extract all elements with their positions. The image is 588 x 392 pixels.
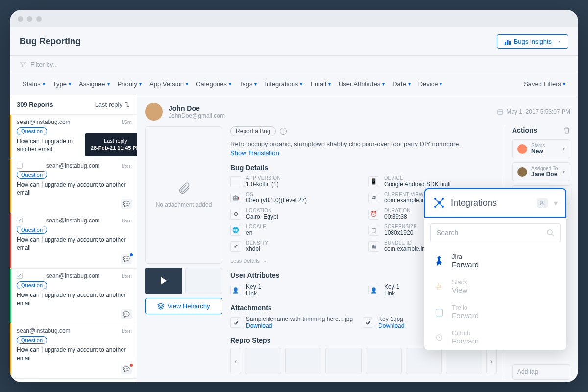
filter-chip-user-attributes[interactable]: User Attributes▾ xyxy=(336,78,388,90)
repro-thumbnail[interactable] xyxy=(325,348,362,374)
report-time: 15m xyxy=(122,328,132,334)
repro-thumbnail[interactable] xyxy=(446,348,482,374)
report-time: 15m xyxy=(122,218,132,223)
traffic-light-min[interactable] xyxy=(27,16,32,22)
integrations-icon xyxy=(433,197,445,209)
github-icon: ⊙ xyxy=(432,330,446,344)
filter-chip-tags[interactable]: Tags▾ xyxy=(236,78,260,90)
report-item[interactable]: sean@instabug.com15mQuestionHow can I up… xyxy=(10,158,137,213)
trash-icon[interactable] xyxy=(564,127,570,134)
report-text: How can I upgrade my account to another … xyxy=(17,346,132,363)
sort-icon: ⇅ xyxy=(124,101,130,108)
view-hierarchy-button[interactable]: View Heirarchy xyxy=(145,298,222,314)
bar-chart-icon xyxy=(504,38,511,45)
filter-chip-type[interactable]: Type▾ xyxy=(50,78,74,90)
assignee-selector[interactable]: Assigned ToJane Doe ▾ xyxy=(512,162,570,181)
saved-filters-button[interactable]: Saved Filters▾ xyxy=(521,78,568,90)
filter-chip-priority[interactable]: Priority▾ xyxy=(115,78,145,90)
filter-chip-date[interactable]: Date▾ xyxy=(390,78,413,90)
report-timestamp: May 1, 2017 5:53:07 PM xyxy=(497,108,570,115)
report-tag: Question xyxy=(17,171,47,179)
filter-chip-assignee[interactable]: Assignee▾ xyxy=(76,78,112,90)
download-link[interactable]: Download xyxy=(378,322,404,329)
repro-thumbnail[interactable] xyxy=(285,348,321,374)
trello-icon: ▢ xyxy=(432,305,446,318)
repro-thumbnail[interactable] xyxy=(245,348,281,374)
attachment-dropzone[interactable]: No attachment added xyxy=(145,126,222,264)
bug-details-heading: Bug Details xyxy=(230,164,497,172)
info-icon[interactable]: i xyxy=(280,128,287,135)
report-type-badge: Report a Bug xyxy=(230,126,276,136)
chevron-down-icon: ▾ xyxy=(328,81,331,87)
traffic-light-close[interactable] xyxy=(18,16,23,22)
paperclip-icon xyxy=(177,182,191,196)
integration-item-slack[interactable]: #SlackView xyxy=(424,273,566,299)
repro-thumbnail[interactable] xyxy=(406,348,442,374)
attachment-item: Key-1.jpgDownload xyxy=(363,316,404,329)
hierarchy-label: View Heirarchy xyxy=(167,302,210,310)
svg-rect-3 xyxy=(498,110,503,114)
bug-detail-field: ⤢DENSITYxhdpi xyxy=(230,240,359,252)
chevron-down-icon: ▾ xyxy=(563,146,565,151)
bugs-insights-button[interactable]: Bugs insights → xyxy=(497,34,568,49)
search-placeholder: Search xyxy=(437,229,546,237)
show-translation-link[interactable]: Show Translation xyxy=(230,149,497,157)
actions-heading: Actions xyxy=(512,126,537,134)
screenshot-thumbnail[interactable] xyxy=(185,268,222,294)
report-item[interactable]: ✓sean@instabug.com15mQuestionHow can I u… xyxy=(10,213,137,268)
checkbox-icon[interactable] xyxy=(17,163,23,169)
bug-detail-field: 🤖OSOreo (v8.1.0)(Level 27) xyxy=(230,192,359,204)
checkbox-checked-icon[interactable]: ✓ xyxy=(17,218,23,223)
chevron-down-icon[interactable]: ▾ xyxy=(554,198,558,208)
layers-icon xyxy=(157,303,164,310)
report-text: How can I upgrade my account to another … xyxy=(17,291,132,308)
report-time: 15m xyxy=(122,119,132,125)
svg-line-11 xyxy=(439,199,443,203)
chevron-down-icon: ▾ xyxy=(408,81,411,87)
filter-bar[interactable]: Filter by... xyxy=(10,56,578,74)
report-item[interactable]: ✓sean@instabug.com15mQuestionHow can I u… xyxy=(10,268,137,323)
assignee-avatar xyxy=(517,167,527,177)
chevron-down-icon: ▾ xyxy=(382,81,385,87)
filter-chip-email[interactable]: Email▾ xyxy=(307,78,334,90)
report-item[interactable]: sean@instabug.com15mQuestionHow can I up… xyxy=(10,323,137,378)
bug-detail-field: ⊙LOCATIONCairo, Egypt xyxy=(230,208,359,220)
integrations-search-input[interactable]: Search xyxy=(430,223,561,242)
repro-thumbnail[interactable] xyxy=(366,348,402,374)
integration-item-jira[interactable]: JiraForward xyxy=(424,248,566,273)
report-email: sean@instabug.com xyxy=(46,272,100,279)
svg-line-13 xyxy=(439,203,443,207)
user-avatar xyxy=(145,103,163,121)
chat-icon: 💬 xyxy=(121,365,132,374)
integration-item-trello[interactable]: ▢TrelloForward xyxy=(424,299,566,324)
filter-chip-integrations[interactable]: Integrations▾ xyxy=(262,78,305,90)
add-tag-input[interactable]: Add tag xyxy=(512,364,570,380)
repro-next-button[interactable]: › xyxy=(486,348,497,374)
report-email: sean@instabug.com xyxy=(46,217,100,224)
integration-item-github[interactable]: ⊙GithubForward xyxy=(424,324,566,350)
window-titlebar xyxy=(10,10,578,27)
filter-chip-categories[interactable]: Categories▾ xyxy=(193,78,234,90)
traffic-light-max[interactable] xyxy=(36,16,42,22)
repro-prev-button[interactable]: ‹ xyxy=(230,348,241,374)
insights-label: Bugs insights xyxy=(514,38,552,45)
chevron-down-icon: ▾ xyxy=(43,81,45,87)
svg-point-14 xyxy=(547,230,552,235)
chevron-down-icon: ▾ xyxy=(254,81,257,87)
user-icon: 👤 xyxy=(368,285,379,295)
sort-control[interactable]: Last reply ⇅ xyxy=(95,101,130,108)
video-thumbnail[interactable] xyxy=(145,268,182,294)
checkbox-checked-icon[interactable]: ✓ xyxy=(17,273,23,279)
user-email: JohnDoe@gmail.com xyxy=(169,112,225,119)
status-selector[interactable]: StatusNew ▾ xyxy=(512,139,570,158)
filter-chip-app-version[interactable]: App Version▾ xyxy=(147,78,191,90)
report-item[interactable]: ✓sean@instabug.com15mQuestionHow can I u… xyxy=(10,378,137,382)
user-icon: 👤 xyxy=(230,285,241,295)
filter-chip-device[interactable]: Device▾ xyxy=(416,78,445,90)
filter-chip-status[interactable]: Status▾ xyxy=(20,78,48,90)
download-link[interactable]: Download xyxy=(246,322,353,329)
chevron-down-icon: ▾ xyxy=(563,81,565,87)
report-time: 15m xyxy=(122,273,132,279)
chevron-down-icon: ▾ xyxy=(440,81,442,87)
report-text: How can I upgrade my account to another … xyxy=(17,181,132,197)
